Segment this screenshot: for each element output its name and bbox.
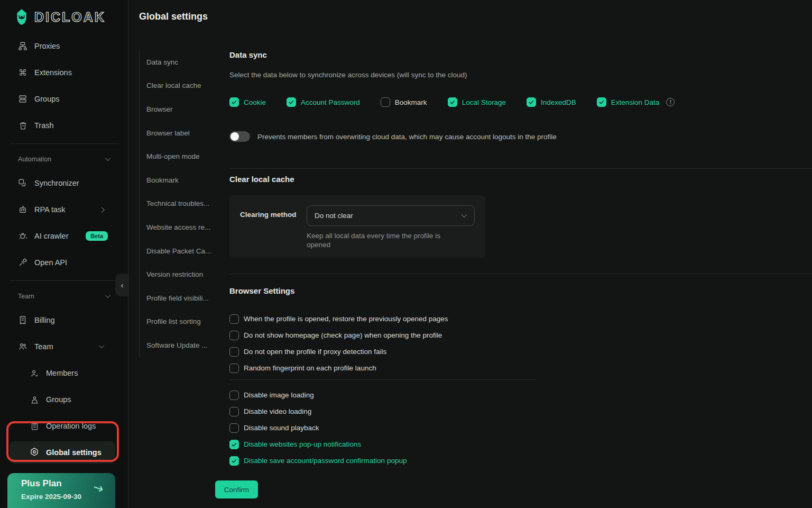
sidebar-item-team[interactable]: Team bbox=[0, 333, 128, 360]
section-clear-local-cache: Clear local cache Clearing method Do not… bbox=[229, 175, 485, 258]
chevron-down-icon bbox=[99, 343, 104, 348]
sidebar-item-rpa-task[interactable]: RPA task bbox=[0, 196, 128, 223]
sidebar-item-extensions[interactable]: ⌘ Extensions bbox=[0, 59, 128, 86]
checkbox-restore-pages[interactable]: When the profile is opened, restore the … bbox=[229, 311, 812, 327]
billing-icon bbox=[18, 315, 27, 325]
overwrite-protection-toggle[interactable] bbox=[229, 131, 250, 142]
sidebar-item-trash[interactable]: Trash bbox=[0, 112, 128, 139]
checkbox-indexeddb[interactable]: IndexedDB bbox=[527, 97, 576, 107]
synchronizer-icon bbox=[18, 178, 27, 188]
checkbox-icon bbox=[229, 423, 239, 433]
sidebar-item-label: Groups bbox=[34, 95, 60, 103]
info-icon[interactable]: ! bbox=[666, 98, 675, 106]
confirm-button[interactable]: Confirm bbox=[215, 480, 258, 498]
checkbox-random-fingerprint[interactable]: Random fingerprint on each profile launc… bbox=[229, 360, 812, 376]
checkbox-icon bbox=[229, 331, 239, 340]
divider bbox=[10, 280, 119, 281]
page-title: Global settings bbox=[139, 11, 208, 22]
checkbox-icon bbox=[381, 97, 390, 107]
trash-icon bbox=[18, 121, 27, 130]
group-icon bbox=[30, 395, 39, 404]
brand-wordmark: DICLOAK bbox=[34, 10, 106, 25]
sidebar-item-label: Open API bbox=[34, 258, 67, 267]
subnav-item-data-sync[interactable]: Data sync bbox=[140, 50, 229, 74]
checkbox-disable-save-password-popup[interactable]: Disable save account/password confirmati… bbox=[229, 452, 812, 469]
checkbox-disable-sound-playback[interactable]: Disable sound playback bbox=[229, 420, 812, 436]
checkbox-bookmark[interactable]: Bookmark bbox=[381, 97, 427, 107]
subnav-item-profile-list-sorting[interactable]: Profile list sorting bbox=[140, 310, 229, 334]
checkbox-icon bbox=[229, 456, 239, 466]
checkbox-icon bbox=[229, 407, 239, 416]
clearing-method-select[interactable]: Do not clear bbox=[307, 205, 475, 226]
clearing-method-label: Clearing method bbox=[240, 211, 297, 219]
checkbox-disable-video-loading[interactable]: Disable video loading bbox=[229, 403, 812, 420]
sidebar-item-label: Global settings bbox=[46, 448, 102, 457]
select-value: Do not clear bbox=[315, 212, 353, 220]
section-title: Data sync bbox=[229, 50, 812, 59]
sidebar-item-label: Synchronizer bbox=[34, 179, 79, 187]
sidebar-item-label: AI crawler bbox=[34, 232, 68, 240]
section-automation[interactable]: Automation bbox=[0, 149, 128, 170]
checkbox-icon bbox=[448, 97, 457, 107]
subnav-item-version-restriction[interactable]: Version restriction bbox=[140, 262, 229, 286]
subnav-item-browser-label[interactable]: Browser label bbox=[140, 121, 229, 145]
checkbox-extension-data[interactable]: Extension Data bbox=[597, 97, 660, 107]
api-icon bbox=[18, 258, 27, 267]
subnav-item-technical-troubleshooting[interactable]: Technical troubles... bbox=[140, 192, 229, 216]
subnav-item-website-access[interactable]: Website access re... bbox=[140, 215, 229, 239]
subnav-item-clear-local-cache[interactable]: Clear local cache bbox=[140, 74, 229, 98]
plan-expire: Expire 2025-09-30 bbox=[21, 493, 81, 501]
sidebar-nav: Proxies ⌘ Extensions Groups Trash Aut bbox=[0, 33, 128, 466]
sidebar-collapse-button[interactable]: ‹ bbox=[115, 274, 129, 296]
overwrite-protection-row: Prevents members from overwriting cloud … bbox=[229, 131, 812, 142]
section-team[interactable]: Team bbox=[0, 286, 128, 307]
subnav-item-profile-field-visibility[interactable]: Profile field visibili... bbox=[140, 286, 229, 310]
sidebar-item-label: RPA task bbox=[34, 205, 66, 214]
groups-icon bbox=[18, 94, 27, 104]
sidebar-item-operation-logs[interactable]: Operation logs bbox=[0, 413, 128, 439]
beta-badge: Beta bbox=[86, 231, 108, 241]
subnav-item-browser[interactable]: Browser bbox=[140, 97, 229, 121]
checkbox-icon bbox=[527, 97, 536, 107]
checkbox-icon bbox=[597, 97, 606, 107]
checkbox-no-homepage[interactable]: Do not show homepage (check page) when o… bbox=[229, 327, 812, 343]
subnav-item-disable-packet-capture[interactable]: Disable Packet Ca... bbox=[140, 239, 229, 263]
dicloak-mask-icon bbox=[14, 8, 30, 25]
checkbox-cookie[interactable]: Cookie bbox=[229, 97, 266, 107]
checkbox-icon bbox=[229, 391, 239, 400]
sidebar-item-label: Trash bbox=[34, 121, 54, 130]
clipboard-icon bbox=[30, 421, 39, 431]
checkbox-disable-image-loading[interactable]: Disable image loading bbox=[229, 387, 812, 403]
sidebar-item-ai-crawler[interactable]: AI crawler Beta bbox=[0, 223, 128, 249]
sidebar-item-global-settings[interactable]: Global settings bbox=[10, 441, 115, 464]
sidebar-item-label: Members bbox=[46, 369, 78, 377]
section-subtitle: Select the data below to synchronize acr… bbox=[229, 71, 812, 79]
sidebar-item-groups[interactable]: Groups bbox=[0, 86, 128, 112]
checkbox-icon bbox=[229, 314, 239, 324]
sidebar-item-team-groups[interactable]: Groups bbox=[0, 386, 128, 413]
global-settings-icon bbox=[30, 447, 39, 458]
plan-card[interactable]: Plus Plan Expire 2025-09-30 bbox=[7, 473, 115, 508]
sidebar: DICLOAK Proxies ⌘ Extensions Groups bbox=[0, 0, 128, 508]
bug-icon bbox=[18, 231, 27, 241]
checkbox-icon bbox=[287, 97, 296, 107]
subnav-item-multi-open-mode[interactable]: Multi-open mode bbox=[140, 144, 229, 168]
checkbox-disable-popup-notifications[interactable]: Disable websites pop-up notifications bbox=[229, 436, 812, 452]
extensions-icon: ⌘ bbox=[18, 68, 27, 77]
data-sync-options: Cookie Account Password Bookmark Local S… bbox=[229, 97, 812, 107]
sidebar-item-synchronizer[interactable]: Synchronizer bbox=[0, 170, 128, 196]
section-data-sync: Data sync Select the data below to synch… bbox=[229, 50, 812, 142]
divider bbox=[229, 168, 812, 169]
checkbox-local-storage[interactable]: Local Storage bbox=[448, 97, 506, 107]
sidebar-item-open-api[interactable]: Open API bbox=[0, 249, 128, 276]
brand-logo[interactable]: DICLOAK bbox=[14, 8, 106, 25]
sidebar-item-members[interactable]: Members bbox=[0, 360, 128, 386]
checkbox-no-open-on-proxy-fail[interactable]: Do not open the profile if proxy detecti… bbox=[229, 343, 812, 360]
subnav-item-bookmark[interactable]: Bookmark bbox=[140, 168, 229, 192]
clearing-method-help: Keep all local data every time the profi… bbox=[307, 231, 460, 249]
subnav-item-software-update[interactable]: Software Update ... bbox=[140, 333, 229, 357]
section-label: Automation bbox=[18, 156, 51, 163]
sidebar-item-billing[interactable]: Billing bbox=[0, 307, 128, 333]
checkbox-account-password[interactable]: Account Password bbox=[287, 97, 360, 107]
sidebar-item-proxies[interactable]: Proxies bbox=[0, 33, 128, 59]
